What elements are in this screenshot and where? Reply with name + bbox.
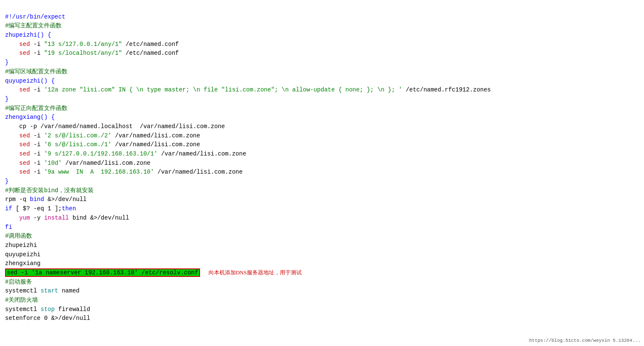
- code-line: }: [5, 58, 639, 67]
- code-line: #调用函数: [5, 232, 639, 241]
- code-editor: #!/usr/bin/expect#编写主配置文件函数zhupeizhi() {…: [5, 3, 639, 323]
- code-line: zhengxiang: [5, 259, 639, 268]
- code-line: zhupeizhi: [5, 241, 639, 250]
- code-line: sed -i '2 s/@/lisi.com./2' /var/named/li…: [5, 131, 639, 141]
- code-line: setenforce 0 &>/dev/null: [5, 314, 639, 323]
- code-line: yum -y install bind &>/dev/null: [5, 214, 639, 223]
- code-line: #编写主配置文件函数: [5, 21, 639, 31]
- code-line: rpm -q bind &>/dev/null: [5, 195, 639, 204]
- code-line: sed -i "19 s/localhost/any/1" /etc/named…: [5, 49, 639, 58]
- code-line: sed -i "13 s/127.0.0.1/any/1" /etc/named…: [5, 40, 639, 49]
- code-line: sed -i '12a zone "lisi.com" IN { \n type…: [5, 86, 639, 95]
- code-line: sed -i '9 s/127.0.0.1/192.168.163.10/1' …: [5, 150, 639, 159]
- code-line: if [ $? -eq 1 ];then: [5, 204, 639, 214]
- highlighted-command: sed -i '1a nameserver 192.168.163.10' /e…: [5, 268, 200, 277]
- code-line: sed -i '10d' /var/named/lisi.com.zone: [5, 159, 639, 168]
- code-line: #关闭防火墙: [5, 296, 639, 305]
- code-line: systemctl stop firewalld: [5, 305, 639, 314]
- code-line: systemctl start named: [5, 287, 639, 296]
- code-line: zhupeizhi() {: [5, 31, 639, 40]
- code-line: sed -i '8 s/@/lisi.com./1' /var/named/li…: [5, 140, 639, 150]
- code-line: }: [5, 95, 639, 104]
- code-line: #!/usr/bin/expect: [5, 13, 639, 22]
- code-line: #编写区域配置文件函数: [5, 67, 639, 77]
- code-line: #启动服务: [5, 278, 639, 287]
- code-line: sed -i '1a nameserver 192.168.163.10' /e…: [5, 268, 639, 278]
- code-line: }: [5, 177, 639, 186]
- code-line: cp -p /var/named/named.localhost /var/na…: [5, 122, 639, 131]
- code-line: #判断是否安装bind，没有就安装: [5, 186, 639, 196]
- code-line: fi: [5, 223, 639, 232]
- code-line: zhengxiang() {: [5, 113, 639, 122]
- code-line: quyupeizhi() {: [5, 77, 639, 86]
- code-line: sed -i '9a www IN A 192.168.163.10' /var…: [5, 168, 639, 177]
- code-annotation: 向本机添加DNS服务器地址，用于测试: [208, 269, 302, 276]
- code-line: quyupeizhi: [5, 250, 639, 260]
- code-line: #编写正向配置文件函数: [5, 104, 639, 113]
